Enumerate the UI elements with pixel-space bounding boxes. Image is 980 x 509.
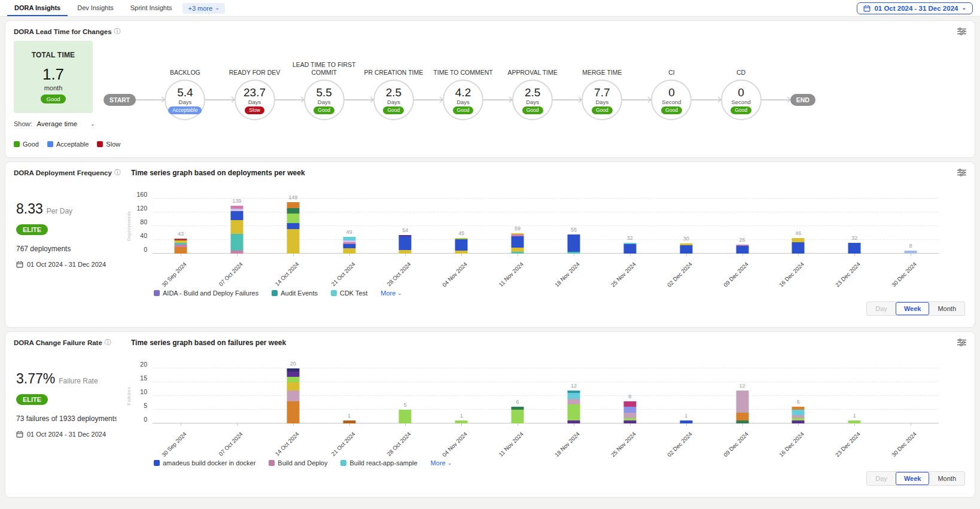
bar-07-Oct-2024[interactable] <box>230 206 243 254</box>
bar-30-Sep-2024[interactable] <box>174 239 187 254</box>
y-tick-label: 40 <box>140 232 147 239</box>
stage-value: 2.5 <box>386 86 401 99</box>
deployment-granularity-toggle: DayWeekMonth <box>866 301 965 316</box>
bar-segment[interactable] <box>512 248 524 252</box>
bar-04-Nov-2024[interactable] <box>455 238 468 254</box>
bar-segment[interactable] <box>287 202 299 208</box>
bar-segment[interactable] <box>736 246 748 254</box>
bar-segment[interactable] <box>567 399 580 404</box>
bar-segment[interactable] <box>792 410 805 415</box>
deployment-chart: Deployments04080120160431391494954455955… <box>125 178 966 316</box>
toggle-week[interactable]: Week <box>896 302 930 315</box>
bar-28-Oct-2024[interactable] <box>399 235 412 254</box>
bar-25-Nov-2024[interactable] <box>623 243 636 254</box>
stage-circle: 4.2DaysGood <box>443 80 483 120</box>
stage-unit: Days <box>526 99 539 105</box>
bar-segment[interactable] <box>455 239 468 251</box>
bar-02-Dec-2024[interactable] <box>680 243 692 254</box>
bar-segment[interactable] <box>230 220 243 234</box>
info-icon[interactable]: ⓘ <box>114 27 121 36</box>
failure-chart-plot: Failures0510152020151612811261 <box>153 368 939 423</box>
bar-segment[interactable] <box>174 247 187 254</box>
x-tick <box>349 254 350 256</box>
bar-segment[interactable] <box>848 243 861 254</box>
chevron-down-icon: ⌄ <box>397 291 402 296</box>
bar-segment[interactable] <box>567 234 580 252</box>
x-tick <box>742 423 743 426</box>
bar-segment[interactable] <box>287 382 299 391</box>
info-icon[interactable]: ⓘ <box>105 338 111 347</box>
info-icon[interactable]: ⓘ <box>114 168 121 177</box>
bar-segment[interactable] <box>287 391 299 401</box>
bar-09-Dec-2024[interactable] <box>736 245 748 254</box>
tab-dora-insights[interactable]: DORA Insights <box>7 0 68 16</box>
bar-segment[interactable] <box>736 413 748 421</box>
bar-segment[interactable] <box>512 236 524 248</box>
y-tick-label: 20 <box>140 361 147 368</box>
bar-segment[interactable] <box>623 407 636 412</box>
chart-settings-icon[interactable] <box>957 339 966 346</box>
x-tick <box>630 254 631 256</box>
bar-segment[interactable] <box>230 211 243 220</box>
calendar-icon <box>16 431 23 438</box>
stage-name: LEAD TIME TO FIRST COMMIT <box>285 61 364 77</box>
y-tick-label: 160 <box>136 191 147 198</box>
bar-21-Oct-2024[interactable] <box>343 237 355 254</box>
tab-sprint-insights[interactable]: Sprint Insights <box>123 0 179 16</box>
toggle-month[interactable]: Month <box>929 302 964 315</box>
y-tick-label: 80 <box>140 218 147 225</box>
stage-unit: Second <box>732 99 751 105</box>
x-tick <box>461 423 462 426</box>
bar-11-Nov-2024[interactable] <box>512 407 524 423</box>
bar-14-Oct-2024[interactable] <box>287 368 299 423</box>
bar-segment[interactable] <box>680 245 692 254</box>
bar-segment[interactable] <box>567 393 580 398</box>
bar-segment[interactable] <box>287 377 299 382</box>
gridline <box>153 212 939 212</box>
y-axis-label: Deployments <box>126 211 132 241</box>
bar-23-Dec-2024[interactable] <box>848 243 861 254</box>
bar-segment[interactable] <box>623 244 636 254</box>
bar-segment[interactable] <box>792 242 805 254</box>
bar-segment[interactable] <box>287 223 299 228</box>
bar-segment[interactable] <box>287 401 299 423</box>
bar-segment[interactable] <box>399 236 412 250</box>
bar-segment[interactable] <box>230 234 243 251</box>
bar-segment[interactable] <box>792 238 805 242</box>
bar-14-Oct-2024[interactable] <box>287 202 299 254</box>
bar-25-Nov-2024[interactable] <box>623 401 636 423</box>
show-metric-dropdown[interactable]: Show: Average time ⌄ <box>14 120 104 127</box>
bar-segment[interactable] <box>567 404 580 421</box>
bar-11-Nov-2024[interactable] <box>512 233 524 254</box>
bar-segment[interactable] <box>287 371 299 377</box>
bar-segment[interactable] <box>623 413 636 418</box>
chart-settings-icon[interactable] <box>957 28 966 35</box>
bar-segment[interactable] <box>623 401 636 407</box>
x-tick <box>181 423 181 426</box>
legend-item[interactable]: CDK Test <box>331 289 367 297</box>
bar-segment[interactable] <box>512 410 524 423</box>
bar-segment[interactable] <box>287 208 299 214</box>
bar-16-Dec-2024[interactable] <box>792 407 805 423</box>
calendar-icon <box>16 261 23 268</box>
bar-segment[interactable] <box>399 410 412 423</box>
bar-segment[interactable] <box>343 248 355 254</box>
date-range-label: 01 Oct 2024 - 31 Dec 2024 <box>874 5 958 12</box>
more-tabs-dropdown[interactable]: +3 more ⌄ <box>182 3 224 14</box>
toggle-month[interactable]: Month <box>929 472 964 485</box>
bar-segment[interactable] <box>736 391 748 413</box>
bar-18-Nov-2024[interactable] <box>567 234 580 254</box>
bar-16-Dec-2024[interactable] <box>792 238 805 254</box>
show-value: Average time <box>37 120 78 127</box>
bar-segment[interactable] <box>287 229 299 254</box>
date-range-picker[interactable]: 01 Oct 2024 - 31 Dec 2024 ⌄ <box>857 2 973 14</box>
chart-settings-icon[interactable] <box>957 169 966 176</box>
legend-item[interactable]: Audit Events <box>272 289 318 297</box>
bar-28-Oct-2024[interactable] <box>399 410 412 423</box>
bar-09-Dec-2024[interactable] <box>736 391 748 423</box>
toggle-week[interactable]: Week <box>896 472 930 485</box>
bar-18-Nov-2024[interactable] <box>567 391 580 423</box>
bar-segment[interactable] <box>343 244 355 248</box>
bar-segment[interactable] <box>287 214 299 223</box>
tab-dev-insights[interactable]: Dev Insights <box>70 0 121 16</box>
